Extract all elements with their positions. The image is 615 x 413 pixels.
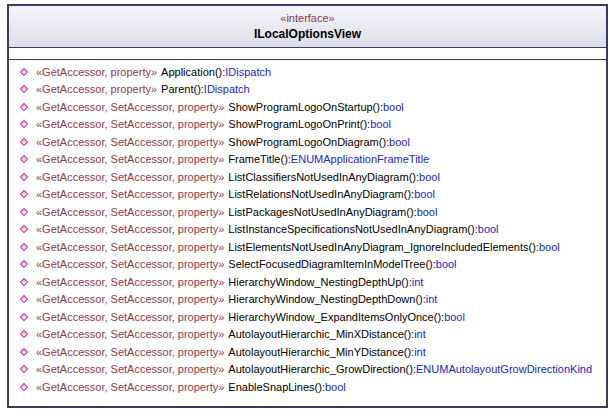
- property-type: IDispatch: [225, 66, 271, 78]
- property-type: bool: [417, 206, 438, 218]
- property-stereotype: «GetAccessor, SetAccessor, property»: [36, 258, 224, 270]
- property-name: ShowProgramLogoOnDiagram():: [228, 136, 389, 148]
- property-diamond-icon: [20, 383, 28, 391]
- property-diamond-icon: [20, 190, 28, 198]
- property-type: ENUMAutolayoutGrowDirectionKind: [416, 363, 592, 375]
- property-name: AutolayoutHierarchic_MinXDistance():: [228, 328, 414, 340]
- property-diamond-icon: [20, 330, 28, 338]
- property-row: «GetAccessor, SetAccessor, property»List…: [9, 203, 606, 221]
- property-row: «GetAccessor, SetAccessor, property»Auto…: [9, 326, 606, 344]
- property-name: HierarchyWindow_NestingDepthUp():: [228, 276, 411, 288]
- property-row: «GetAccessor, SetAccessor, property»Sele…: [9, 256, 606, 274]
- property-type: int: [414, 346, 426, 358]
- property-type: int: [412, 276, 424, 288]
- property-stereotype: «GetAccessor, SetAccessor, property»: [36, 101, 224, 113]
- property-name: Application():: [161, 66, 225, 78]
- property-stereotype: «GetAccessor, SetAccessor, property»: [36, 188, 224, 200]
- property-name: ShowProgramLogoOnPrint():: [228, 118, 370, 130]
- property-stereotype: «GetAccessor, SetAccessor, property»: [36, 153, 224, 165]
- property-stereotype: «GetAccessor, property»: [36, 66, 157, 78]
- property-diamond-icon: [20, 348, 28, 356]
- property-row: «GetAccessor, SetAccessor, property»Fram…: [9, 151, 606, 169]
- property-diamond-icon: [20, 243, 28, 251]
- property-stereotype: «GetAccessor, SetAccessor, property»: [36, 293, 224, 305]
- property-name: ListPackagesNotUsedInAnyDiagram():: [228, 206, 416, 218]
- property-type: bool: [419, 171, 440, 183]
- property-stereotype: «GetAccessor, SetAccessor, property»: [36, 118, 224, 130]
- property-name: ListInstanceSpecificationsNotUsedInAnyDi…: [228, 223, 477, 235]
- property-row: «GetAccessor, SetAccessor, property»List…: [9, 186, 606, 204]
- property-diamond-icon: [20, 260, 28, 268]
- property-row: «GetAccessor, SetAccessor, property»List…: [9, 221, 606, 239]
- property-type: ENUMApplicationFrameTitle: [291, 153, 429, 165]
- property-row: «GetAccessor, SetAccessor, property»Enab…: [9, 378, 606, 396]
- property-diamond-icon: [20, 68, 28, 76]
- interface-name: ILocalOptionsView: [9, 27, 606, 41]
- property-type: bool: [478, 223, 499, 235]
- property-stereotype: «GetAccessor, SetAccessor, property»: [36, 381, 224, 393]
- property-stereotype: «GetAccessor, SetAccessor, property»: [36, 223, 224, 235]
- property-type: IDispatch: [204, 83, 250, 95]
- property-stereotype: «GetAccessor, SetAccessor, property»: [36, 363, 224, 375]
- property-name: AutolayoutHierarchic_MinYDistance():: [228, 346, 414, 358]
- property-name: ListClassifiersNotUsedInAnyDiagram():: [228, 171, 419, 183]
- interface-stereotype: «interface»: [9, 12, 606, 24]
- property-diamond-icon: [20, 225, 28, 233]
- property-stereotype: «GetAccessor, SetAccessor, property»: [36, 171, 224, 183]
- property-type: bool: [383, 101, 404, 113]
- property-name: FrameTitle():: [228, 153, 291, 165]
- property-type: int: [426, 293, 438, 305]
- property-row: «GetAccessor, property»Application():IDi…: [9, 63, 606, 81]
- property-name: ShowProgramLogoOnStartup():: [228, 101, 383, 113]
- property-row: «GetAccessor, SetAccessor, property»Hier…: [9, 291, 606, 309]
- property-type: bool: [414, 188, 435, 200]
- property-type: bool: [389, 136, 410, 148]
- property-stereotype: «GetAccessor, SetAccessor, property»: [36, 346, 224, 358]
- property-diamond-icon: [20, 120, 28, 128]
- property-type: bool: [444, 311, 465, 323]
- properties-list: «GetAccessor, property»Application():IDi…: [9, 60, 606, 396]
- property-diamond-icon: [20, 173, 28, 181]
- property-name: EnableSnapLines():: [228, 381, 325, 393]
- property-diamond-icon: [20, 103, 28, 111]
- property-stereotype: «GetAccessor, SetAccessor, property»: [36, 328, 224, 340]
- property-row: «GetAccessor, SetAccessor, property»Show…: [9, 98, 606, 116]
- property-stereotype: «GetAccessor, SetAccessor, property»: [36, 276, 224, 288]
- property-row: «GetAccessor, SetAccessor, property»Hier…: [9, 273, 606, 291]
- property-row: «GetAccessor, SetAccessor, property»Auto…: [9, 343, 606, 361]
- property-row: «GetAccessor, SetAccessor, property»List…: [9, 168, 606, 186]
- property-diamond-icon: [20, 365, 28, 373]
- property-stereotype: «GetAccessor, SetAccessor, property»: [36, 206, 224, 218]
- property-diamond-icon: [20, 155, 28, 163]
- property-diamond-icon: [20, 278, 28, 286]
- property-name: AutolayoutHierarchic_GrowDirection():: [228, 363, 416, 375]
- property-stereotype: «GetAccessor, SetAccessor, property»: [36, 311, 224, 323]
- property-diamond-icon: [20, 295, 28, 303]
- property-name: SelectFocusedDiagramItemInModelTree():: [228, 258, 435, 270]
- property-name: ListRelationsNotUsedInAnyDiagram():: [228, 188, 414, 200]
- property-type: bool: [325, 381, 346, 393]
- property-name: HierarchyWindow_NestingDepthDown():: [228, 293, 425, 305]
- property-diamond-icon: [20, 85, 28, 93]
- property-row: «GetAccessor, SetAccessor, property»Hier…: [9, 308, 606, 326]
- property-stereotype: «GetAccessor, SetAccessor, property»: [36, 136, 224, 148]
- property-row: «GetAccessor, property»Parent():IDispatc…: [9, 81, 606, 99]
- attributes-compartment: [9, 48, 606, 60]
- property-type: bool: [436, 258, 457, 270]
- interface-header: «interface» ILocalOptionsView: [9, 6, 606, 48]
- property-row: «GetAccessor, SetAccessor, property»Show…: [9, 133, 606, 151]
- property-stereotype: «GetAccessor, property»: [36, 83, 157, 95]
- property-type: bool: [539, 241, 560, 253]
- property-type: bool: [370, 118, 391, 130]
- property-diamond-icon: [20, 313, 28, 321]
- property-name: HierarchyWindow_ExpandItemsOnlyOnce():: [228, 311, 444, 323]
- property-row: «GetAccessor, SetAccessor, property»List…: [9, 238, 606, 256]
- property-diamond-icon: [20, 208, 28, 216]
- property-name: ListElementsNotUsedInAnyDiagram_IgnoreIn…: [228, 241, 539, 253]
- property-row: «GetAccessor, SetAccessor, property»Show…: [9, 116, 606, 134]
- property-diamond-icon: [20, 138, 28, 146]
- property-name: Parent():: [161, 83, 204, 95]
- property-stereotype: «GetAccessor, SetAccessor, property»: [36, 241, 224, 253]
- interface-box: «interface» ILocalOptionsView «GetAccess…: [7, 4, 608, 408]
- property-row: «GetAccessor, SetAccessor, property»Auto…: [9, 361, 606, 379]
